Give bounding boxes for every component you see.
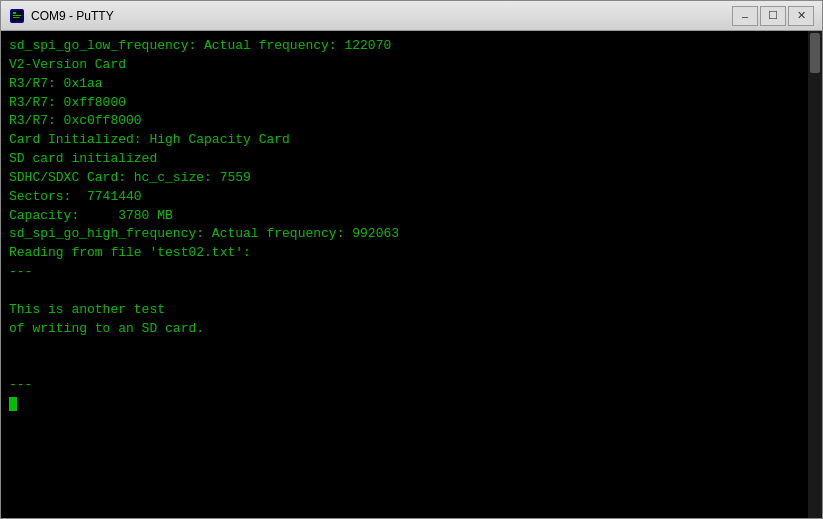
minimize-button[interactable]: – <box>732 6 758 26</box>
close-button[interactable]: ✕ <box>788 6 814 26</box>
terminal-body[interactable]: sd_spi_go_low_frequency: Actual frequenc… <box>1 31 822 518</box>
scrollbar-thumb[interactable] <box>810 33 820 73</box>
maximize-button[interactable]: ☐ <box>760 6 786 26</box>
svg-rect-3 <box>13 15 21 16</box>
window-title: COM9 - PuTTY <box>31 9 732 23</box>
window-controls: – ☐ ✕ <box>732 6 814 26</box>
putty-window: COM9 - PuTTY – ☐ ✕ sd_spi_go_low_frequen… <box>0 0 823 519</box>
title-bar: COM9 - PuTTY – ☐ ✕ <box>1 1 822 31</box>
svg-rect-2 <box>13 12 16 14</box>
terminal-output: sd_spi_go_low_frequency: Actual frequenc… <box>9 37 814 414</box>
terminal-cursor <box>9 397 17 411</box>
scrollbar[interactable] <box>808 31 822 518</box>
putty-icon <box>9 8 25 24</box>
svg-rect-4 <box>13 17 19 18</box>
